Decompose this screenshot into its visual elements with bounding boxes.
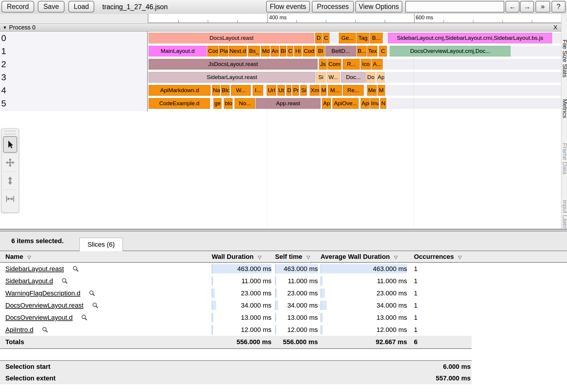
trace-slice[interactable]: No... bbox=[235, 98, 255, 109]
trace-slice[interactable]: MainLayout.d bbox=[149, 46, 207, 56]
trace-slice[interactable]: JsDocsLayout.reast bbox=[149, 59, 318, 70]
side-tab-metrics[interactable]: Metrics bbox=[561, 99, 567, 118]
trace-slice[interactable]: ApiOve... bbox=[332, 98, 359, 109]
trace-slice[interactable]: SidebarLayout.cmj,SidebarLayout.cmi,Side… bbox=[388, 33, 552, 43]
trace-slice[interactable]: Cod bbox=[207, 46, 218, 56]
magnifier-icon[interactable] bbox=[42, 326, 49, 333]
magnifier-icon[interactable] bbox=[61, 278, 68, 285]
trace-slice[interactable]: Js bbox=[319, 59, 327, 70]
trace-slice[interactable]: Api bbox=[361, 98, 370, 109]
trace-slice[interactable]: Si bbox=[316, 72, 326, 83]
overflow-menu-button[interactable]: » bbox=[535, 1, 550, 12]
slice-name-link[interactable]: WarningFlagDescription.d bbox=[5, 289, 80, 297]
trace-slice[interactable]: Ico bbox=[361, 59, 371, 70]
trace-slice[interactable]: M bbox=[378, 85, 385, 96]
trace-slice[interactable]: Bs_ bbox=[248, 46, 260, 56]
trace-slice[interactable]: I... bbox=[253, 85, 263, 96]
process-group-header[interactable]: ▾ Process 0 X bbox=[0, 23, 567, 32]
search-input[interactable] bbox=[405, 1, 504, 12]
selection-mode-button[interactable] bbox=[3, 136, 18, 153]
trace-slice[interactable]: CodeExample.d bbox=[149, 98, 210, 109]
trace-slice[interactable]: SidebarLayout.reast bbox=[149, 72, 315, 83]
trace-slice[interactable]: R... bbox=[343, 59, 360, 70]
slice-name-link[interactable]: DocsOverviewLayout.d bbox=[5, 314, 73, 322]
find-next-button[interactable]: → bbox=[520, 1, 534, 12]
column-header-self-time[interactable]: Self time▽ bbox=[275, 251, 310, 262]
sort-arrow-icon[interactable]: ▽ bbox=[394, 255, 398, 260]
trace-slice[interactable]: Ima bbox=[370, 98, 379, 109]
slice-name-link[interactable]: DocsOverviewLayout.reast bbox=[5, 302, 84, 309]
column-header-average-wall-duration[interactable]: Average Wall Duration▽ bbox=[321, 251, 398, 262]
magnifier-icon[interactable] bbox=[89, 290, 96, 297]
trace-slice[interactable]: D bbox=[286, 85, 291, 96]
trace-slice[interactable]: Bl bbox=[280, 46, 286, 56]
trace-slice[interactable]: W... bbox=[231, 85, 251, 96]
trace-slice[interactable]: Xml bbox=[310, 85, 320, 96]
help-button[interactable]: ? bbox=[552, 1, 566, 12]
trace-slice[interactable]: BeltD... bbox=[325, 46, 356, 56]
view-options-button[interactable]: View Options bbox=[355, 1, 402, 12]
trace-slice[interactable]: C bbox=[379, 46, 387, 56]
trace-slice[interactable]: B... bbox=[357, 46, 367, 56]
load-button[interactable]: Load bbox=[68, 1, 94, 12]
palette-drag-handle[interactable] bbox=[4, 131, 16, 134]
process-close-button[interactable]: X bbox=[553, 23, 557, 31]
magnifier-icon[interactable] bbox=[81, 314, 88, 321]
panel-splitter[interactable] bbox=[0, 229, 567, 232]
trace-slice[interactable]: Ap bbox=[377, 72, 384, 83]
pan-mode-button[interactable] bbox=[3, 153, 18, 171]
trace-slice[interactable]: N bbox=[380, 98, 386, 109]
slice-name-link[interactable]: SidebarLayout.d bbox=[5, 277, 53, 285]
column-header-name[interactable]: Name▽ bbox=[5, 251, 31, 262]
trace-slice[interactable]: Pla bbox=[219, 46, 228, 56]
trace-slice[interactable]: D bbox=[315, 33, 322, 43]
trace-slice[interactable]: blo bbox=[224, 98, 233, 109]
sort-arrow-icon[interactable]: ▽ bbox=[458, 255, 462, 260]
trace-slice[interactable]: Si bbox=[300, 85, 307, 96]
trace-slice[interactable]: W... bbox=[327, 72, 340, 83]
side-tab-file-size-stats[interactable]: File Size Stats bbox=[561, 40, 567, 78]
trace-slice[interactable]: Url bbox=[267, 85, 276, 96]
trace-slice[interactable]: Tag bbox=[356, 33, 369, 43]
trace-slice[interactable]: App.reast bbox=[256, 98, 321, 109]
trace-slice[interactable]: Ge... bbox=[339, 33, 356, 43]
trace-slice[interactable]: Cod bbox=[303, 46, 315, 56]
trace-slice[interactable]: Na bbox=[212, 85, 220, 96]
flow-events-button[interactable]: Flow events bbox=[266, 1, 310, 12]
trace-slice[interactable]: ApiMarkdown.d bbox=[149, 85, 211, 96]
trace-slice[interactable]: C bbox=[287, 46, 293, 56]
trace-slice[interactable]: Com bbox=[327, 59, 341, 70]
column-header-occurrences[interactable]: Occurrences▽ bbox=[414, 251, 462, 262]
magnifier-icon[interactable] bbox=[92, 302, 99, 309]
trace-slice[interactable]: Hi bbox=[294, 46, 302, 56]
trace-slice[interactable]: DocsLayout.reast bbox=[149, 33, 314, 43]
slice-name-link[interactable]: ApiIntro.d bbox=[5, 326, 33, 334]
side-tab-frame-data[interactable]: Frame Data bbox=[561, 143, 567, 174]
tab-slices[interactable]: Slices (6) bbox=[79, 238, 123, 251]
trace-slice[interactable]: A... bbox=[372, 59, 383, 70]
sort-arrow-icon[interactable]: ▽ bbox=[307, 255, 310, 260]
trace-slice[interactable]: Me bbox=[367, 85, 377, 96]
trace-slice[interactable]: M... bbox=[328, 85, 342, 96]
trace-slice[interactable]: Re... bbox=[343, 85, 364, 96]
trace-slice[interactable]: An bbox=[271, 46, 279, 56]
processes-button[interactable]: Processes bbox=[312, 1, 354, 12]
trace-slice[interactable]: Doc... bbox=[341, 72, 366, 83]
column-header-wall-duration[interactable]: Wall Duration▽ bbox=[212, 251, 261, 262]
find-previous-button[interactable]: ← bbox=[505, 1, 519, 12]
trace-slice[interactable]: ge bbox=[213, 98, 222, 109]
trace-slice[interactable]: Next.d bbox=[229, 46, 247, 56]
slice-name-link[interactable]: SidebarLayout.reast bbox=[5, 265, 64, 273]
save-button[interactable]: Save bbox=[38, 1, 65, 12]
collapse-chevron-icon[interactable]: ▾ bbox=[4, 24, 6, 31]
trace-slice[interactable]: B... bbox=[370, 33, 383, 43]
trace-slice[interactable]: Ap bbox=[322, 98, 331, 109]
trace-slice[interactable]: DocsOverviewLayout.cmj,Doc... bbox=[390, 46, 511, 56]
trace-slice[interactable]: C bbox=[323, 33, 329, 43]
trace-slice[interactable]: Tex bbox=[367, 46, 377, 56]
trace-slice[interactable]: Md bbox=[261, 46, 270, 56]
trace-slice[interactable]: Ut bbox=[277, 85, 285, 96]
timing-mode-button[interactable] bbox=[3, 190, 18, 208]
magnifier-icon[interactable] bbox=[72, 265, 79, 273]
zoom-mode-button[interactable] bbox=[3, 171, 18, 190]
